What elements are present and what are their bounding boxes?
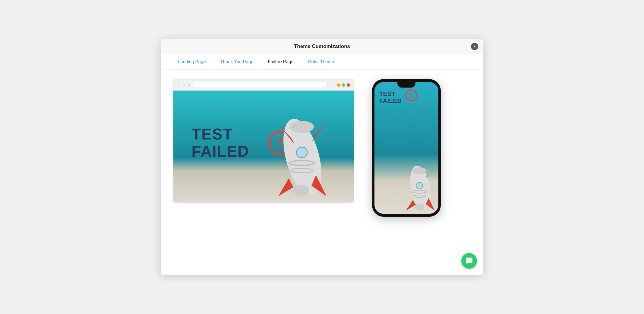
minimize-dot xyxy=(337,83,340,87)
browser-toolbar: ← → ↺ ⋮ xyxy=(173,79,354,91)
maximize-dot xyxy=(342,83,345,87)
tab-thank-you-page[interactable]: Thank You Page xyxy=(213,54,261,69)
mobile-preview: TEST FAILED ! xyxy=(372,79,441,217)
chat-icon xyxy=(465,257,473,265)
chat-bubble[interactable] xyxy=(461,253,477,269)
close-button[interactable]: × xyxy=(471,43,478,50)
svg-point-23 xyxy=(412,167,426,175)
desktop-preview: ← → ↺ ⋮ TEST FAIL xyxy=(173,79,354,203)
svg-marker-3 xyxy=(278,178,293,196)
failure-title-desktop: TEST FAILED xyxy=(191,126,249,160)
failure-text-block: TEST FAILED xyxy=(191,126,249,160)
refresh-icon: ↺ xyxy=(187,83,191,87)
tab-bar: Landing Page Thank You Page Failure Page… xyxy=(161,54,483,69)
content-area: ← → ↺ ⋮ TEST FAIL xyxy=(161,69,483,226)
svg-point-11 xyxy=(290,121,314,133)
browser-content-area: TEST FAILED ! xyxy=(173,91,354,202)
phone-notch xyxy=(397,82,415,88)
svg-point-8 xyxy=(296,147,307,158)
rocket-desktop xyxy=(269,97,336,202)
svg-marker-15 xyxy=(406,200,416,211)
modal-title: Theme Customizations xyxy=(294,43,350,50)
window-controls xyxy=(337,83,350,87)
forward-icon: → xyxy=(182,83,186,87)
address-bar[interactable] xyxy=(193,82,326,88)
tab-color-theme[interactable]: Color Theme xyxy=(301,54,341,69)
alert-icon-mobile: ! xyxy=(405,89,418,102)
tab-landing-page[interactable]: Landing Page xyxy=(171,54,213,69)
back-icon: ← xyxy=(177,83,181,87)
phone-outer: TEST FAILED ! xyxy=(372,79,441,217)
svg-point-19 xyxy=(415,204,425,210)
modal-header: Theme Customizations × xyxy=(161,39,483,54)
svg-marker-6 xyxy=(311,121,328,142)
failure-text-mobile: TEST FAILED xyxy=(379,91,402,104)
svg-marker-18 xyxy=(425,167,435,179)
browser-nav: ← → ↺ xyxy=(177,83,191,87)
modal: Theme Customizations × Landing Page Than… xyxy=(161,39,483,275)
svg-point-7 xyxy=(292,185,309,196)
menu-icon: ⋮ xyxy=(329,82,333,88)
rocket-mobile xyxy=(402,153,438,214)
svg-point-20 xyxy=(416,182,423,189)
close-dot xyxy=(347,83,350,87)
phone-screen: TEST FAILED ! xyxy=(374,82,438,214)
svg-text:!: ! xyxy=(410,91,413,100)
tab-failure-page[interactable]: Failure Page xyxy=(261,54,301,69)
